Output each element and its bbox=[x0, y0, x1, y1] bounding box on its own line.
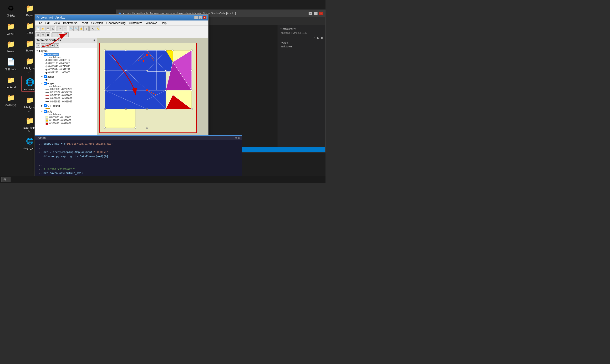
vscode-grid-icon[interactable]: ⊞ bbox=[317, 36, 319, 39]
toc-poly-name: poly bbox=[47, 110, 52, 113]
toc-float-btn[interactable]: ⊡ bbox=[93, 39, 95, 42]
python-close-btn[interactable]: ✕ bbox=[238, 137, 240, 139]
python-content: ... output_mxd = r"D:/desktop/single_shp… bbox=[35, 140, 242, 177]
toc-gtbound-header[interactable]: ▶ GT_bound bbox=[41, 104, 96, 107]
toc-edges-label-3: 0.801001 - 0.941832 bbox=[50, 97, 72, 100]
menu-view[interactable]: View bbox=[52, 21, 61, 25]
toc-vertexes-dot-0 bbox=[46, 59, 47, 61]
toc-layers-header[interactable]: ▼ Layers bbox=[36, 49, 96, 53]
arcmap-minimize-btn[interactable]: ─ bbox=[194, 16, 198, 19]
tool-measure[interactable]: 📏 bbox=[96, 26, 100, 31]
toc-btn-select[interactable]: 🖱 bbox=[55, 43, 59, 48]
toc-vertexes-header[interactable]: ▼ vertexes bbox=[41, 53, 96, 56]
toc-vertexes-label-2: 0.495640 - 0.715843 bbox=[48, 65, 70, 68]
toc-expand-poly: ▼ bbox=[41, 110, 43, 113]
arcmap-maximize-btn[interactable]: □ bbox=[198, 16, 202, 19]
menu-geoprocessing[interactable]: Geoprocessing bbox=[105, 21, 127, 25]
tb2-sep1 bbox=[51, 33, 52, 37]
tool-zoom-layer[interactable]: ◻ bbox=[40, 32, 45, 37]
icon-whut[interactable]: 📁 WHUT bbox=[2, 21, 19, 36]
toc-vertexes-dot-1 bbox=[46, 62, 47, 64]
tool-new[interactable]: 📄 bbox=[36, 26, 40, 31]
menu-edit[interactable]: Edit bbox=[44, 21, 52, 25]
menu-help[interactable]: Help bbox=[159, 21, 168, 25]
tool-pan[interactable]: ✋ bbox=[79, 26, 84, 31]
vscode-close[interactable]: ✕ bbox=[319, 12, 323, 15]
menu-bookmarks[interactable]: Bookmarks bbox=[62, 21, 79, 25]
menu-file[interactable]: File bbox=[36, 21, 43, 25]
globe-icon-color-mxd: 🌐 bbox=[25, 77, 35, 87]
tool-zoom-selection[interactable]: ◼ bbox=[46, 32, 50, 37]
toc-vertexes-label-0: 0.000000 - 0.099194 bbox=[48, 59, 70, 62]
toc-btn-source[interactable]: 📋 bbox=[46, 43, 50, 48]
vscode-trash-icon[interactable]: 🗑 bbox=[321, 36, 323, 39]
py-line-1: ... output_mxd = r"D:/desktop/single_shp… bbox=[37, 142, 239, 146]
folder-icon-label-shp-r: 📁 bbox=[25, 116, 35, 125]
toc-vertexes-checkbox[interactable] bbox=[44, 53, 47, 56]
menu-customize[interactable]: Customize bbox=[128, 21, 144, 25]
toc-expand-layers: ▼ bbox=[36, 50, 38, 52]
tool-print[interactable]: 🖨 bbox=[51, 26, 55, 31]
toc-achor-checkbox[interactable] bbox=[44, 75, 47, 78]
toc-edges-line-2 bbox=[46, 95, 49, 96]
icon-label-color-mxd: color.mxd bbox=[24, 88, 35, 91]
toc-edges-header[interactable]: ▼ edges bbox=[41, 82, 96, 85]
toc-poly-confidence-label: confidence bbox=[46, 113, 96, 116]
tool-zoom-in[interactable]: 🔍 bbox=[69, 26, 74, 31]
toc-title: Table Of Contents bbox=[37, 39, 61, 42]
icon-patent[interactable]: 📄 专利.docx bbox=[2, 56, 19, 72]
tool-back[interactable]: ← bbox=[52, 32, 57, 37]
toc-group-layers: ▼ Layers ▼ vertexes confidence bbox=[36, 49, 96, 125]
svg-point-41 bbox=[104, 70, 105, 71]
toc-achor-header[interactable]: ▼ achor bbox=[41, 75, 96, 78]
arcmap-close-btn[interactable]: ✕ bbox=[203, 16, 207, 19]
toc-achor-group: ▼ achor bbox=[41, 75, 96, 81]
menu-insert[interactable]: Insert bbox=[79, 21, 89, 25]
icon-backend[interactable]: 📁 backend bbox=[2, 74, 19, 90]
vscode-maximize[interactable]: □ bbox=[314, 12, 318, 15]
folder-icon-grading: 📁 bbox=[6, 93, 15, 103]
tool-edit[interactable]: ✏ bbox=[64, 32, 69, 37]
menu-selection[interactable]: Selection bbox=[90, 21, 104, 25]
icon-grading[interactable]: 📁 综测评定 bbox=[2, 92, 19, 108]
toc-poly-item-1: 0.129086 - 0.366667 bbox=[46, 119, 96, 122]
toc-poly-checkbox[interactable] bbox=[44, 110, 47, 113]
menu-windows[interactable]: Windows bbox=[144, 21, 159, 25]
tool-save[interactable]: 💾 bbox=[46, 26, 50, 31]
tool-forward[interactable]: → bbox=[57, 32, 62, 37]
svg-point-36 bbox=[125, 50, 127, 51]
python-float-btn[interactable]: ⊡ bbox=[235, 137, 237, 139]
toc-btn-visibility[interactable]: 👁 bbox=[50, 43, 54, 48]
vscode-check-icon[interactable]: ✓ bbox=[313, 36, 316, 39]
icon-label-recycle: 回收站 bbox=[7, 14, 15, 17]
toc-edges-checkbox[interactable] bbox=[44, 82, 47, 85]
icon-recycle[interactable]: ♻ 回收站 bbox=[2, 2, 19, 18]
svg-point-50 bbox=[165, 90, 167, 91]
tool-undo[interactable]: ↩ bbox=[57, 26, 62, 31]
svg-point-44 bbox=[165, 70, 167, 71]
tool-zoom-out[interactable]: 🔍 bbox=[74, 26, 79, 31]
toc-poly-rect-1 bbox=[46, 119, 48, 122]
tool-identify[interactable]: ℹ bbox=[84, 26, 89, 31]
tool-open[interactable]: 📂 bbox=[40, 26, 45, 31]
tool-select[interactable]: ↖ bbox=[91, 26, 95, 31]
toc-btn-list[interactable]: ≡ bbox=[36, 43, 40, 48]
toc-btn-draw[interactable]: ◎ bbox=[41, 43, 45, 48]
toc-edges-item-0: 0.000000 - 0.218926 bbox=[46, 88, 96, 91]
toc-edges-line-0 bbox=[46, 89, 49, 90]
toc-expand-edges: ▼ bbox=[41, 82, 43, 85]
toc-edges-group: ▼ edges confidence 0.000000 - 0.218926 bbox=[41, 82, 96, 103]
toc-poly-header[interactable]: ▼ poly bbox=[41, 110, 96, 113]
tool-redo[interactable]: ↪ bbox=[62, 26, 67, 31]
toc-poly-item-2: 0.366668 - 0.626866 bbox=[46, 122, 96, 125]
toc-vertexes-item-0: 0.000000 - 0.099194 bbox=[46, 59, 96, 62]
vscode-minimize[interactable]: ─ bbox=[309, 12, 312, 15]
taskbar-item-main[interactable]: 件... bbox=[1, 177, 11, 182]
map-canvas bbox=[99, 43, 197, 133]
tool-zoom-full[interactable]: ⊞ bbox=[36, 32, 40, 37]
toc-gtbound-checkbox[interactable] bbox=[44, 104, 47, 107]
svg-point-40 bbox=[191, 50, 192, 51]
toc-poly-legend: confidence 0.000000 - 0.129085 0.129086 … bbox=[46, 113, 96, 125]
toc-poly-item-0: 0.000000 - 0.129085 bbox=[46, 116, 96, 119]
icon-notes[interactable]: 📁 Notes bbox=[2, 38, 19, 54]
